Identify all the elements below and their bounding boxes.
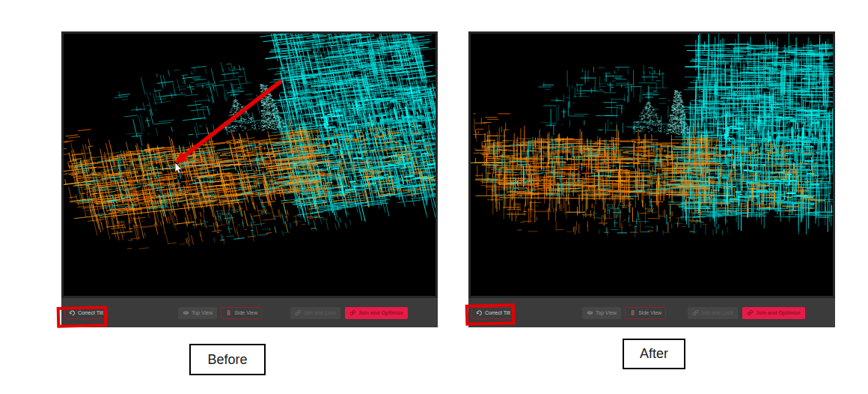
join-and-lock-icon: [692, 309, 699, 316]
side-view-icon: [225, 309, 232, 316]
viewer-toolbar-after: Correct Tilt Top View Side View: [468, 298, 835, 327]
side-view-label: Side View: [638, 310, 661, 315]
correct-tilt-icon: [476, 309, 483, 316]
side-view-label: Side View: [234, 310, 257, 315]
join-and-lock-button[interactable]: Join and Lock: [688, 307, 738, 319]
join-and-lock-label: Join and Lock: [701, 310, 733, 315]
join-and-lock-label: Join and Lock: [304, 310, 336, 315]
correct-tilt-label: Correct Tilt: [485, 310, 510, 315]
correct-tilt-label: Correct Tilt: [78, 310, 103, 315]
top-view-button[interactable]: Top View: [582, 307, 621, 319]
correct-tilt-button[interactable]: Correct Tilt: [471, 307, 515, 319]
side-view-icon: [629, 309, 636, 316]
join-and-optimize-button[interactable]: Join and Optimize: [345, 307, 408, 319]
before-panel: Correct Tilt Top View Side View: [61, 31, 438, 327]
top-view-label: Top View: [596, 310, 617, 315]
after-caption-label: After: [640, 346, 668, 362]
viewer-toolbar-before: Correct Tilt Top View Side View: [61, 298, 438, 327]
correct-tilt-icon: [69, 309, 76, 316]
after-caption: After: [623, 339, 685, 369]
join-button-group: Join and Lock Join and Optimize: [290, 307, 409, 319]
join-and-lock-icon: [295, 309, 302, 316]
point-cloud-canvas-after[interactable]: [471, 34, 833, 296]
point-cloud-viewport-before[interactable]: [61, 31, 438, 298]
point-cloud-canvas-before[interactable]: [64, 34, 435, 296]
join-and-lock-button[interactable]: Join and Lock: [290, 307, 340, 319]
join-and-optimize-label: Join and Optimize: [358, 310, 403, 315]
view-button-group: Top View Side View: [582, 307, 666, 319]
before-caption: Before: [189, 344, 266, 375]
correct-tilt-button[interactable]: Correct Tilt: [64, 307, 108, 319]
join-button-group: Join and Lock Join and Optimize: [688, 307, 806, 319]
side-view-button[interactable]: Side View: [625, 307, 666, 319]
join-and-optimize-button[interactable]: Join and Optimize: [742, 307, 805, 319]
view-button-group: Top View Side View: [178, 307, 262, 319]
top-view-button[interactable]: Top View: [178, 307, 217, 319]
top-view-icon: [183, 309, 189, 316]
join-and-optimize-icon: [747, 309, 754, 316]
join-and-optimize-icon: [349, 309, 356, 316]
top-view-icon: [587, 309, 593, 316]
join-and-optimize-label: Join and Optimize: [756, 310, 801, 315]
side-view-button[interactable]: Side View: [221, 307, 262, 319]
point-cloud-viewport-after[interactable]: [468, 31, 835, 298]
before-caption-label: Before: [207, 352, 247, 368]
after-panel: Correct Tilt Top View Side View: [468, 31, 835, 327]
top-view-label: Top View: [192, 310, 213, 315]
